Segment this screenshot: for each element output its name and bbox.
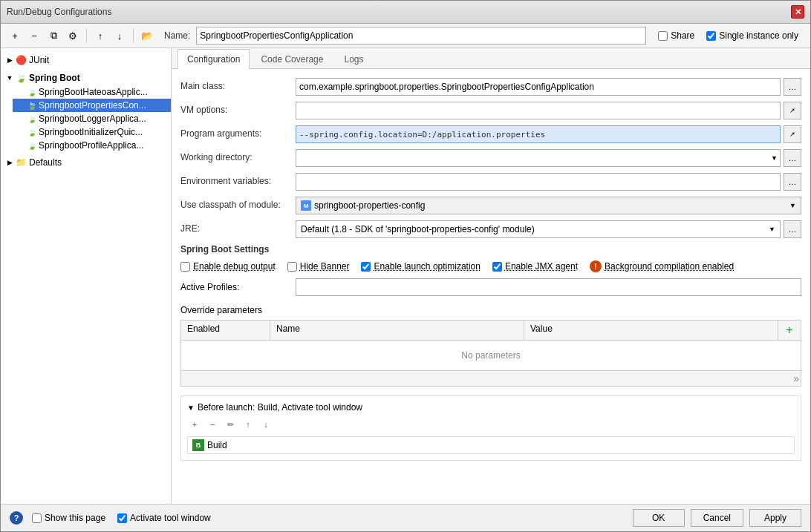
show-page-checkbox[interactable] (32, 513, 42, 523)
program-args-row: Program arguments: ↗ (180, 125, 801, 143)
sidebar-item-app2[interactable]: 🍃 SpringbootPropertiesCon... (13, 99, 171, 112)
tab-configuration[interactable]: Configuration (177, 49, 250, 69)
vm-options-input[interactable] (296, 102, 781, 119)
override-params-header: Enabled Name Value + (181, 321, 801, 341)
vm-options-field: ↗ (296, 102, 801, 119)
share-checkbox[interactable] (658, 31, 668, 41)
main-class-row: Main class: … (180, 78, 801, 96)
classpath-module-chevron-icon: ▼ (789, 202, 796, 209)
sidebar-item-app3[interactable]: 🍃 SpringbootLoggerApplica... (13, 112, 171, 125)
enable-jmx-label: Enable JMX agent (505, 261, 578, 272)
active-profiles-input[interactable] (296, 278, 801, 296)
classpath-module-select[interactable]: M springboot-properties-config ▼ (296, 197, 801, 214)
add-param-button[interactable]: + (786, 324, 792, 337)
help-button[interactable]: ? (10, 511, 23, 525)
expand-table-icon[interactable]: » (793, 372, 799, 384)
expand-icon-defaults[interactable]: ▶ (4, 157, 16, 168)
sidebar-item-app5[interactable]: 🍃 SpringbootProfileApplica... (13, 139, 171, 152)
no-params-text: No parameters (455, 344, 526, 367)
copy-config-button[interactable]: ⧉ (45, 27, 62, 44)
main-class-field: … (296, 78, 801, 96)
tab-logs[interactable]: Logs (334, 49, 373, 69)
add-config-button[interactable]: + (7, 27, 23, 44)
bl-remove-button[interactable]: − (205, 417, 220, 432)
main-class-browse-button[interactable]: … (784, 78, 801, 96)
sidebar-item-app4[interactable]: 🍃 SpringbootInitializerQuic... (13, 125, 171, 139)
build-icon: B (192, 439, 204, 451)
folder-button[interactable]: 📂 (139, 27, 155, 44)
program-args-input[interactable] (296, 125, 781, 143)
working-dir-input[interactable] (296, 149, 781, 167)
toolbar-separator (86, 29, 87, 42)
bl-down-button[interactable]: ↓ (258, 417, 273, 432)
working-dir-field: ▼ … (296, 149, 801, 167)
program-args-field: ↗ (296, 125, 801, 143)
classpath-module-field: M springboot-properties-config ▼ (296, 197, 801, 214)
bl-edit-button[interactable]: ✏ (223, 417, 238, 432)
hide-banner-checkbox[interactable] (287, 262, 297, 272)
close-button[interactable]: ✕ (791, 5, 804, 19)
before-launch-toolbar: + − ✏ ↑ ↓ (187, 417, 795, 432)
activate-window-checkbox[interactable] (117, 513, 127, 523)
bottom-left: ? Show this page Activate tool window (10, 511, 211, 525)
apply-button[interactable]: Apply (749, 509, 801, 527)
env-vars-input[interactable] (296, 173, 781, 191)
enable-jmx-checkbox[interactable] (492, 262, 502, 272)
config-name-input[interactable] (196, 27, 646, 45)
tab-code-coverage[interactable]: Code Coverage (251, 49, 333, 69)
active-profiles-label: Active Profiles: (180, 282, 296, 292)
working-dir-label: Working directory: (180, 149, 296, 162)
main-content: ▶ 🔴 JUnit ▼ 🍃 Spring Boot 🍃 SpringBootHa… (1, 48, 810, 504)
bl-up-button[interactable]: ↑ (241, 417, 255, 432)
main-class-label: Main class: (180, 78, 296, 91)
window-title: Run/Debug Configurations (7, 7, 791, 17)
env-vars-label: Environment variables: (180, 173, 296, 186)
spring-boot-settings: Spring Boot Settings Enable debug output (180, 244, 801, 272)
single-instance-checkbox[interactable] (706, 31, 716, 41)
enable-launch-opt-item: Enable launch optimization (361, 261, 480, 272)
single-instance-area: Single instance only (706, 30, 798, 41)
override-params-body: No parameters (181, 341, 801, 370)
sidebar-item-junit[interactable]: ▶ 🔴 JUnit (1, 53, 171, 68)
right-panel: Configuration Code Coverage Logs Main cl… (172, 48, 810, 504)
sidebar-item-springboot[interactable]: ▼ 🍃 Spring Boot (1, 70, 171, 85)
sidebar-item-label-defaults: Defaults (29, 157, 62, 168)
sidebar-label-app4: SpringbootInitializerQuic... (39, 127, 143, 137)
sidebar-item-defaults[interactable]: ▶ 📁 Defaults (1, 155, 171, 170)
move-up-button[interactable]: ↑ (92, 27, 108, 44)
bl-add-button[interactable]: + (187, 417, 202, 432)
sidebar-label-app3: SpringbootLoggerApplica... (39, 114, 146, 124)
sidebar-item-app1[interactable]: 🍃 SpringBootHateoasApplic... (13, 85, 171, 99)
jre-field: Default (1.8 - SDK of 'springboot-proper… (296, 220, 801, 238)
jre-chevron-icon: ▼ (769, 226, 775, 233)
expand-icon-junit[interactable]: ▶ (4, 54, 16, 66)
enable-launch-opt-checkbox[interactable] (361, 262, 371, 272)
before-launch-build-item: B Build (187, 436, 795, 454)
main-class-input[interactable] (296, 78, 781, 96)
col-name: Name (270, 321, 524, 340)
jre-browse-button[interactable]: … (784, 220, 801, 238)
jre-select[interactable]: Default (1.8 - SDK of 'springboot-proper… (296, 220, 781, 238)
move-down-button[interactable]: ↓ (111, 27, 128, 44)
program-args-expand-button[interactable]: ↗ (784, 125, 801, 143)
override-params-section: Override parameters Enabled Name Value +… (180, 305, 801, 387)
expand-icon-springboot[interactable]: ▼ (4, 72, 16, 84)
cancel-button[interactable]: Cancel (691, 509, 743, 527)
before-launch-section: ▼ Before launch: Build, Activate tool wi… (180, 395, 801, 461)
bg-compilation-label: Background compilation enabled (605, 261, 734, 272)
col-add: + (778, 321, 801, 340)
env-vars-row: Environment variables: … (180, 173, 801, 191)
settings-button[interactable]: ⚙ (65, 27, 81, 44)
tree-item-defaults: ▶ 📁 Defaults (1, 154, 171, 171)
sidebar-item-label-springboot: Spring Boot (29, 73, 80, 83)
remove-config-button[interactable]: − (26, 27, 42, 44)
env-vars-field: … (296, 173, 801, 191)
enable-debug-checkbox[interactable] (180, 262, 190, 272)
env-vars-browse-button[interactable]: … (784, 173, 801, 191)
classpath-module-row: Use classpath of module: M springboot-pr… (180, 197, 801, 214)
vm-options-expand-button[interactable]: ↗ (784, 102, 801, 119)
working-dir-dropdown-icon[interactable]: ▼ (771, 154, 778, 162)
collapse-icon[interactable]: ▼ (187, 404, 195, 412)
working-dir-browse-button[interactable]: … (784, 149, 801, 167)
ok-button[interactable]: OK (633, 509, 685, 527)
